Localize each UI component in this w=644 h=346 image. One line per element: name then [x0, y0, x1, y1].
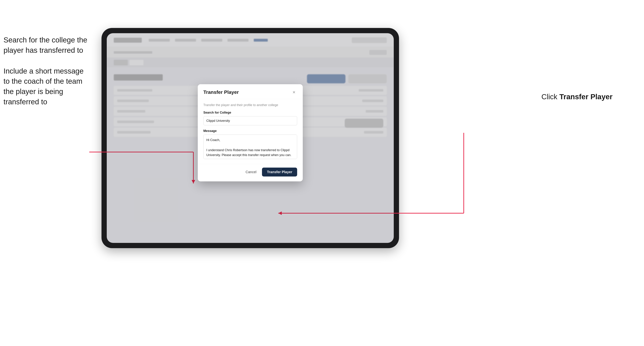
modal-overlay: Transfer Player × Transfer the player an…	[107, 33, 394, 243]
message-textarea[interactable]: Hi Coach, I understand Chris Robertson h…	[203, 135, 297, 159]
annotation-search-text: Search for the college the player has tr…	[4, 35, 91, 56]
modal-header: Transfer Player ×	[198, 84, 303, 99]
modal-description: Transfer the player and their profile to…	[203, 103, 297, 107]
annotation-click-text: Click	[542, 93, 560, 101]
close-icon: ×	[292, 89, 296, 95]
modal-close-button[interactable]: ×	[291, 89, 297, 95]
tablet-screen: Transfer Player × Transfer the player an…	[107, 33, 394, 243]
annotation-message-text: Include a short message to the coach of …	[4, 66, 91, 107]
search-college-input[interactable]	[203, 116, 297, 125]
annotation-right: Click Transfer Player	[542, 93, 612, 101]
message-label: Message	[203, 129, 297, 133]
modal-body: Transfer the player and their profile to…	[198, 99, 303, 164]
transfer-player-button[interactable]: Transfer Player	[262, 168, 297, 176]
annotation-left: Search for the college the player has tr…	[4, 35, 91, 118]
transfer-player-modal: Transfer Player × Transfer the player an…	[198, 84, 303, 181]
tablet-frame: Transfer Player × Transfer the player an…	[102, 28, 399, 248]
modal-footer: Cancel Transfer Player	[198, 164, 303, 181]
modal-title: Transfer Player	[203, 89, 239, 95]
search-college-label: Search for College	[203, 111, 297, 114]
cancel-button[interactable]: Cancel	[243, 168, 259, 176]
annotation-transfer-bold: Transfer Player	[559, 93, 612, 101]
